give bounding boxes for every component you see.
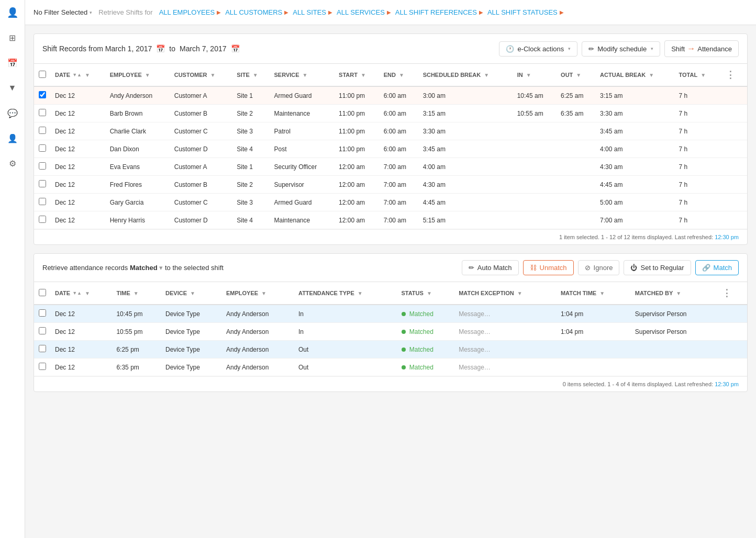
shift-col-actual-break: ACTUAL BREAK ▼ xyxy=(596,64,674,86)
att-row-checkbox[interactable] xyxy=(39,363,46,370)
end-filter-icon[interactable]: ▼ xyxy=(399,72,404,78)
table-row: Dec 12 Andy Anderson Customer A Site 1 A… xyxy=(34,86,747,105)
att-status-filter-icon[interactable]: ▼ xyxy=(427,290,432,296)
shift-cell-start: 12:00 am xyxy=(335,158,380,176)
att-device-filter-icon[interactable]: ▼ xyxy=(190,290,195,296)
att-col-match-time: MATCH TIME ▼ xyxy=(557,282,631,305)
date-filter-icon[interactable]: ▼ xyxy=(85,72,90,78)
sched-break-filter-icon[interactable]: ▼ xyxy=(484,72,489,78)
shift-cell-start: 11:00 pm xyxy=(335,140,380,158)
attendance-caret[interactable]: ▾ xyxy=(159,264,163,272)
shift-row-checkbox[interactable] xyxy=(39,109,46,116)
att-type-filter-icon[interactable]: ▼ xyxy=(358,290,363,296)
shift-cell-date: Dec 12 xyxy=(51,105,106,122)
sidebar-icon-calendar[interactable]: 📅 xyxy=(4,54,21,71)
shift-cell-actual-break: 4:00 am xyxy=(596,140,674,158)
shift-attendance-button[interactable]: Shift → Attendance xyxy=(664,40,739,57)
sidebar-icon-logo[interactable]: 👤 xyxy=(4,4,21,21)
services-link[interactable]: ALL SERVICES ▶ xyxy=(337,8,391,16)
status-label: Matched xyxy=(409,310,433,318)
shift-refs-link[interactable]: ALL SHIFT REFERENCES ▶ xyxy=(395,8,483,16)
shift-footer-time: 12:30 pm xyxy=(715,234,739,240)
shift-cell-end: 6:00 am xyxy=(380,105,419,122)
shift-cell-site: Site 4 xyxy=(232,140,270,158)
shift-col-three-dot[interactable]: ⋮ xyxy=(724,70,737,80)
shift-cell-menu xyxy=(719,176,747,194)
att-date-sort-icon[interactable]: ▼▲ xyxy=(72,290,82,296)
actual-break-filter-icon[interactable]: ▼ xyxy=(649,72,654,78)
table-row: Dec 12 Henry Harris Customer D Site 4 Ma… xyxy=(34,211,747,229)
att-row-checkbox[interactable] xyxy=(39,309,46,317)
customers-link[interactable]: ALL CUSTOMERS ▶ xyxy=(225,8,288,16)
site-filter-icon[interactable]: ▼ xyxy=(253,72,258,78)
att-select-all-checkbox[interactable] xyxy=(39,289,46,296)
set-regular-button[interactable]: ⏻ Set to Regular xyxy=(624,260,691,275)
att-time-filter-icon[interactable]: ▼ xyxy=(134,290,139,296)
att-match-time-filter-icon[interactable]: ▼ xyxy=(599,290,605,296)
shift-row-checkbox[interactable] xyxy=(39,198,46,205)
shift-refs-arrow: ▶ xyxy=(479,9,483,15)
list-item: Dec 12 6:25 pm Device Type Andy Anderson… xyxy=(34,341,747,358)
total-filter-icon[interactable]: ▼ xyxy=(701,72,706,78)
shift-cell-end: 7:00 am xyxy=(380,194,419,211)
shift-row-checkbox[interactable] xyxy=(39,216,46,223)
shift-cell-service: Armed Guard xyxy=(270,194,335,211)
att-date-filter-icon[interactable]: ▼ xyxy=(85,290,90,296)
att-row-checkbox[interactable] xyxy=(39,345,46,352)
sidebar-icon-person[interactable]: 👤 xyxy=(4,130,21,147)
shift-cell-end: 6:00 am xyxy=(380,122,419,140)
auto-match-button[interactable]: ✏ Auto Match xyxy=(462,260,519,275)
shift-select-all-checkbox[interactable] xyxy=(39,71,46,78)
sites-link[interactable]: ALL SITES ▶ xyxy=(293,8,332,16)
shift-row-checkbox[interactable] xyxy=(39,162,46,170)
sidebar-icon-settings[interactable]: ⚙ xyxy=(4,155,21,172)
shift-row-checkbox[interactable] xyxy=(39,180,46,187)
att-exception-filter-icon[interactable]: ▼ xyxy=(517,290,522,296)
customer-filter-icon[interactable]: ▼ xyxy=(210,72,215,78)
att-col-three-dot[interactable]: ⋮ xyxy=(720,288,733,298)
shift-title-end: March 7, 2017 xyxy=(180,44,227,53)
att-cell-exception: Message… xyxy=(454,358,557,376)
filter-selector[interactable]: No Filter Selected ▾ xyxy=(34,8,92,16)
table-row: Dec 12 Barb Brown Customer B Site 2 Main… xyxy=(34,105,747,122)
shift-cell-in xyxy=(513,140,557,158)
match-button[interactable]: 🔗 Match xyxy=(695,260,739,275)
attendance-title-bold: Matched xyxy=(130,264,158,272)
att-matched-by-filter-icon[interactable]: ▼ xyxy=(676,290,681,296)
sidebar-icon-filter[interactable]: ▼ xyxy=(4,80,21,96)
start-date-cal-icon[interactable]: 📅 xyxy=(156,44,165,53)
shift-row-checkbox[interactable] xyxy=(39,91,46,98)
sidebar-icon-chat[interactable]: 💬 xyxy=(4,105,21,121)
service-filter-icon[interactable]: ▼ xyxy=(303,72,308,78)
att-cell-match-time xyxy=(557,341,631,358)
shift-cell-in: 10:45 am xyxy=(513,86,557,105)
att-row-checkbox[interactable] xyxy=(39,327,46,334)
shift-cell-site: Site 1 xyxy=(232,86,270,105)
modify-schedule-button[interactable]: ✏ Modify schedule ▾ xyxy=(582,41,660,57)
status-dot-matched xyxy=(402,365,406,369)
start-filter-icon[interactable]: ▼ xyxy=(361,72,366,78)
shift-cell-employee: Dan Dixon xyxy=(106,140,170,158)
employees-link[interactable]: ALL EMPLOYEES ▶ xyxy=(159,8,221,16)
eclock-actions-button[interactable]: 🕐 e-Clock actions ▾ xyxy=(499,41,577,57)
sidebar-icon-grid[interactable]: ⊞ xyxy=(4,29,21,46)
employee-filter-icon[interactable]: ▼ xyxy=(145,72,150,78)
shift-cell-out xyxy=(557,122,596,140)
unmatch-button[interactable]: ⛓ Unmatch xyxy=(523,260,574,275)
in-filter-icon[interactable]: ▼ xyxy=(526,72,531,78)
ignore-button[interactable]: ⊘ Ignore xyxy=(578,260,620,275)
shift-col-start: START ▼ xyxy=(335,64,380,86)
date-sort-icon[interactable]: ▼▲ xyxy=(72,72,82,77)
end-date-cal-icon[interactable]: 📅 xyxy=(231,44,240,53)
shift-row-checkbox-cell xyxy=(34,105,51,122)
shift-row-checkbox[interactable] xyxy=(39,144,46,152)
statuses-link[interactable]: ALL SHIFT STATUSES ▶ xyxy=(487,8,564,16)
att-employee-filter-icon[interactable]: ▼ xyxy=(261,290,266,296)
att-cell-menu xyxy=(716,358,747,376)
modify-caret: ▾ xyxy=(651,46,653,51)
shift-row-checkbox[interactable] xyxy=(39,127,46,134)
att-cell-matched-by: Supervisor Person xyxy=(631,305,716,323)
shift-cell-menu xyxy=(719,122,747,140)
shift-row-checkbox-cell xyxy=(34,194,51,211)
out-filter-icon[interactable]: ▼ xyxy=(576,72,581,78)
